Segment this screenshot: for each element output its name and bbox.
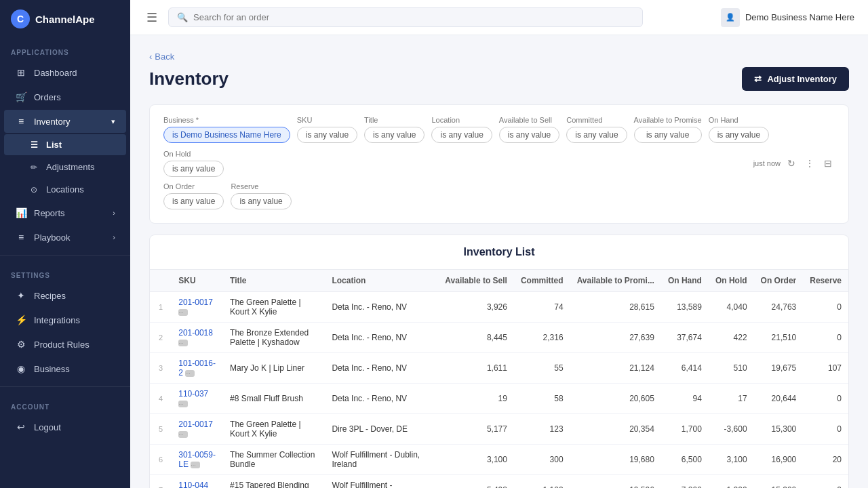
cell-title: #15 Tapered Blending Brush	[223, 475, 325, 489]
user-area: 👤 Demo Business Name Here	[721, 8, 854, 27]
filter-committed-chip[interactable]: is any value	[566, 127, 627, 143]
filter-reserve: Reserve is any value	[231, 182, 291, 209]
recipes-icon: ✦	[15, 290, 27, 301]
cell-location: Dire 3PL - Dover, DE	[325, 414, 438, 445]
cell-on-hand: 6,500	[661, 445, 709, 475]
filter-on-hold-chip[interactable]: is any value	[163, 161, 224, 177]
locations-icon: ⊙	[28, 185, 39, 195]
cell-on-order: 24,763	[754, 292, 804, 323]
cell-on-hand: 94	[661, 384, 709, 414]
sidebar-item-label: Reports	[34, 208, 65, 218]
topbar: ☰ 🔍 👤 Demo Business Name Here	[130, 0, 868, 35]
filter-on-hand-label: On Hand	[709, 116, 769, 124]
table-title: Inventory List	[150, 235, 848, 270]
filter-title-chip[interactable]: is any value	[364, 127, 425, 143]
sidebar-sub-item-locations[interactable]: ⊙ Locations	[4, 179, 126, 200]
sku-link[interactable]: 101-0016-2	[178, 359, 216, 378]
sidebar-sub-item-list[interactable]: ☰ List	[4, 134, 126, 155]
filter-committed: Committed is any value	[566, 116, 627, 143]
filter-business-chip[interactable]: is Demo Business Name Here	[163, 127, 290, 143]
sku-dots-icon: ···	[178, 309, 188, 316]
cell-reserve: 0	[803, 292, 848, 323]
sidebar-sub-label: Adjustments	[46, 162, 95, 172]
sidebar-sub-label: List	[46, 140, 62, 150]
sidebar-item-integrations[interactable]: ⚡ Integrations	[4, 308, 126, 331]
filter-sku-label: SKU	[297, 116, 357, 124]
sidebar-item-inventory[interactable]: ≡ Inventory ▾	[4, 110, 126, 133]
filter-on-order: On Order is any value	[163, 182, 224, 209]
filter-on-hand-chip[interactable]: is any value	[709, 127, 769, 143]
refresh-button[interactable]: ↻	[785, 155, 798, 171]
row-num: 5	[150, 414, 172, 445]
filter-sku-chip[interactable]: is any value	[297, 127, 357, 143]
product-rules-icon: ⚙	[15, 339, 27, 350]
sidebar-item-label: Orders	[34, 92, 61, 102]
table-row: 4 110-037 ··· #8 Small Fluff Brush Deta …	[150, 384, 848, 414]
adjust-inventory-button[interactable]: ⇄ Adjust Inventory	[742, 67, 849, 91]
sidebar-item-label: Product Rules	[34, 340, 90, 350]
app-logo[interactable]: C ChannelApe	[0, 0, 130, 38]
th-on-hand: On Hand	[661, 270, 709, 292]
table-row: 7 110-044 ··· #15 Tapered Blending Brush…	[150, 475, 848, 489]
columns-button[interactable]: ⊟	[821, 155, 835, 171]
sku-link[interactable]: 201-0017	[178, 420, 213, 429]
sidebar-sub-item-adjustments[interactable]: ✏ Adjustments	[4, 157, 126, 178]
cell-title: The Summer Collection Bundle	[223, 445, 325, 475]
cell-title: The Bronze Extended Palette | Kyshadow	[223, 323, 325, 353]
inventory-table: SKU Title Location Available to Sell Com…	[150, 270, 848, 488]
cell-on-hold: 4,040	[709, 292, 754, 323]
orders-icon: 🛒	[15, 92, 27, 102]
table-row: 6 301-0059-LE ··· The Summer Collection …	[150, 445, 848, 475]
row-num: 2	[150, 323, 172, 353]
cell-reserve: 0	[803, 323, 848, 353]
back-link[interactable]: ‹ Back	[149, 52, 849, 62]
sku-link[interactable]: 201-0018	[178, 328, 213, 338]
sku-link[interactable]: 201-0017	[178, 298, 213, 307]
menu-button[interactable]: ☰	[144, 7, 160, 28]
content-area: ‹ Back Inventory ⇄ Adjust Inventory Busi…	[130, 35, 868, 488]
cell-reserve: 0	[803, 384, 848, 414]
cell-avail-sell: 3,100	[438, 445, 514, 475]
sidebar-item-product-rules[interactable]: ⚙ Product Rules	[4, 333, 126, 356]
filter-avail-promise-chip[interactable]: is any value	[634, 127, 702, 143]
sidebar-item-orders[interactable]: 🛒 Orders	[4, 85, 126, 108]
sku-link[interactable]: 110-044	[178, 481, 208, 488]
adjust-icon: ⇄	[754, 74, 762, 84]
sidebar-item-dashboard[interactable]: ⊞ Dashboard	[4, 61, 126, 84]
sku-dots-icon: ···	[185, 370, 195, 377]
sku-dots-icon: ···	[178, 431, 188, 438]
filter-reserve-chip[interactable]: is any value	[231, 193, 291, 209]
sidebar-item-logout[interactable]: ↩ Logout	[4, 415, 126, 439]
filter-location-chip[interactable]: is any value	[431, 127, 492, 143]
cell-committed: 2,316	[514, 323, 570, 353]
cell-on-hold: -3,600	[709, 414, 754, 445]
filter-avail-sell-chip[interactable]: is any value	[499, 127, 559, 143]
sidebar-item-playbook[interactable]: ≡ Playbook ›	[4, 226, 126, 249]
app-name: ChannelApe	[35, 14, 95, 25]
list-icon: ☰	[28, 140, 39, 150]
sidebar-item-business[interactable]: ◉ Business	[4, 357, 126, 380]
cell-avail-promise: 27,639	[570, 323, 661, 353]
cell-on-order: 19,675	[754, 353, 804, 384]
filter-reserve-label: Reserve	[231, 182, 291, 190]
inventory-table-container: Inventory List SKU Title Location Availa…	[149, 235, 849, 488]
sidebar-item-label: Business	[34, 364, 70, 374]
more-options-button[interactable]: ⋮	[802, 155, 817, 171]
sidebar-item-recipes[interactable]: ✦ Recipes	[4, 284, 126, 307]
cell-on-hand: 7,800	[661, 475, 709, 489]
sku-link[interactable]: 110-037	[178, 389, 208, 399]
cell-on-hold: 17	[709, 384, 754, 414]
filter-on-order-chip[interactable]: is any value	[163, 193, 224, 209]
filter-avail-promise-label: Available to Promise	[634, 116, 702, 124]
cell-on-hand: 37,674	[661, 323, 709, 353]
cell-on-hand: 6,414	[661, 353, 709, 384]
cell-avail-sell: 5,177	[438, 414, 514, 445]
back-arrow-icon: ‹	[149, 52, 152, 62]
cell-location: Deta Inc. - Reno, NV	[325, 292, 438, 323]
cell-on-order: 15,300	[754, 414, 804, 445]
filter-title: Title is any value	[364, 116, 425, 143]
search-input[interactable]	[193, 12, 634, 22]
cell-on-hold: 1,200	[709, 475, 754, 489]
sidebar-item-reports[interactable]: 📊 Reports ›	[4, 201, 126, 224]
filter-row-2: On Order is any value Reserve is any val…	[163, 182, 835, 209]
